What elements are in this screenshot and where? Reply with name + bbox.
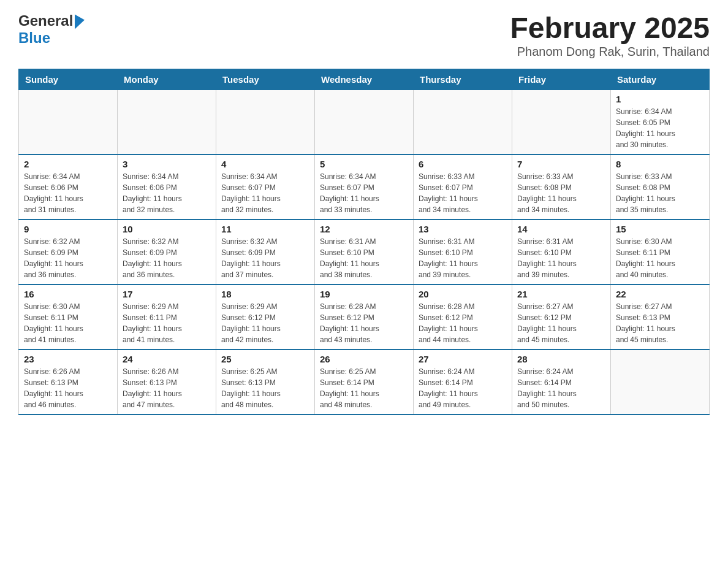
day-info: Sunrise: 6:31 AMSunset: 6:10 PMDaylight:… — [320, 236, 408, 280]
day-number: 4 — [221, 159, 309, 169]
day-number: 1 — [616, 94, 704, 104]
day-header-wednesday: Wednesday — [315, 69, 414, 90]
page-header: General Blue February 2025 Phanom Dong R… — [18, 12, 710, 59]
day-info: Sunrise: 6:33 AMSunset: 6:07 PMDaylight:… — [419, 171, 507, 215]
calendar-cell: 13Sunrise: 6:31 AMSunset: 6:10 PMDayligh… — [414, 220, 512, 285]
day-number: 22 — [616, 289, 704, 299]
day-info: Sunrise: 6:26 AMSunset: 6:13 PMDaylight:… — [24, 366, 112, 410]
calendar-cell: 16Sunrise: 6:30 AMSunset: 6:11 PMDayligh… — [19, 285, 118, 350]
day-number: 19 — [320, 289, 408, 299]
day-info: Sunrise: 6:33 AMSunset: 6:08 PMDaylight:… — [616, 171, 704, 215]
calendar-cell: 24Sunrise: 6:26 AMSunset: 6:13 PMDayligh… — [118, 350, 216, 415]
logo: General Blue — [18, 12, 85, 47]
calendar-cell: 6Sunrise: 6:33 AMSunset: 6:07 PMDaylight… — [414, 155, 512, 220]
day-number: 21 — [517, 289, 605, 299]
day-number: 3 — [123, 159, 211, 169]
day-header-saturday: Saturday — [611, 69, 710, 90]
day-number: 25 — [221, 354, 309, 364]
day-number: 17 — [123, 289, 211, 299]
calendar-cell — [611, 350, 710, 415]
calendar-cell: 19Sunrise: 6:28 AMSunset: 6:12 PMDayligh… — [315, 285, 414, 350]
day-info: Sunrise: 6:32 AMSunset: 6:09 PMDaylight:… — [221, 236, 309, 280]
day-number: 2 — [24, 159, 112, 169]
calendar-cell: 11Sunrise: 6:32 AMSunset: 6:09 PMDayligh… — [216, 220, 315, 285]
day-number: 11 — [221, 224, 309, 234]
calendar-cell — [118, 90, 216, 155]
calendar-cell: 1Sunrise: 6:34 AMSunset: 6:05 PMDaylight… — [611, 90, 710, 155]
day-info: Sunrise: 6:34 AMSunset: 6:06 PMDaylight:… — [24, 171, 112, 215]
day-number: 24 — [123, 354, 211, 364]
day-info: Sunrise: 6:30 AMSunset: 6:11 PMDaylight:… — [24, 301, 112, 345]
week-row-3: 9Sunrise: 6:32 AMSunset: 6:09 PMDaylight… — [19, 220, 710, 285]
day-info: Sunrise: 6:29 AMSunset: 6:11 PMDaylight:… — [123, 301, 211, 345]
day-header-friday: Friday — [512, 69, 611, 90]
day-number: 9 — [24, 224, 112, 234]
day-number: 8 — [616, 159, 704, 169]
logo-blue-text: Blue — [18, 29, 50, 47]
calendar-cell: 18Sunrise: 6:29 AMSunset: 6:12 PMDayligh… — [216, 285, 315, 350]
calendar-cell: 9Sunrise: 6:32 AMSunset: 6:09 PMDaylight… — [19, 220, 118, 285]
day-number: 5 — [320, 159, 408, 169]
day-info: Sunrise: 6:34 AMSunset: 6:07 PMDaylight:… — [320, 171, 408, 215]
page-subtitle: Phanom Dong Rak, Surin, Thailand — [510, 45, 710, 59]
day-number: 18 — [221, 289, 309, 299]
calendar-cell: 20Sunrise: 6:28 AMSunset: 6:12 PMDayligh… — [414, 285, 512, 350]
week-row-5: 23Sunrise: 6:26 AMSunset: 6:13 PMDayligh… — [19, 350, 710, 415]
calendar-cell: 22Sunrise: 6:27 AMSunset: 6:13 PMDayligh… — [611, 285, 710, 350]
calendar-cell: 21Sunrise: 6:27 AMSunset: 6:12 PMDayligh… — [512, 285, 611, 350]
logo-arrow-icon — [75, 13, 85, 29]
calendar-cell: 3Sunrise: 6:34 AMSunset: 6:06 PMDaylight… — [118, 155, 216, 220]
day-info: Sunrise: 6:25 AMSunset: 6:14 PMDaylight:… — [320, 366, 408, 410]
day-number: 10 — [123, 224, 211, 234]
title-block: February 2025 Phanom Dong Rak, Surin, Th… — [510, 12, 710, 59]
day-number: 27 — [419, 354, 507, 364]
calendar-cell: 25Sunrise: 6:25 AMSunset: 6:13 PMDayligh… — [216, 350, 315, 415]
calendar-cell: 12Sunrise: 6:31 AMSunset: 6:10 PMDayligh… — [315, 220, 414, 285]
day-number: 20 — [419, 289, 507, 299]
day-number: 15 — [616, 224, 704, 234]
calendar-cell: 15Sunrise: 6:30 AMSunset: 6:11 PMDayligh… — [611, 220, 710, 285]
day-header-sunday: Sunday — [19, 69, 118, 90]
day-info: Sunrise: 6:27 AMSunset: 6:12 PMDaylight:… — [517, 301, 605, 345]
calendar-cell — [19, 90, 118, 155]
day-info: Sunrise: 6:29 AMSunset: 6:12 PMDaylight:… — [221, 301, 309, 345]
day-info: Sunrise: 6:34 AMSunset: 6:05 PMDaylight:… — [616, 106, 704, 150]
day-number: 14 — [517, 224, 605, 234]
week-row-2: 2Sunrise: 6:34 AMSunset: 6:06 PMDaylight… — [19, 155, 710, 220]
day-info: Sunrise: 6:26 AMSunset: 6:13 PMDaylight:… — [123, 366, 211, 410]
day-info: Sunrise: 6:31 AMSunset: 6:10 PMDaylight:… — [419, 236, 507, 280]
calendar-cell: 7Sunrise: 6:33 AMSunset: 6:08 PMDaylight… — [512, 155, 611, 220]
day-info: Sunrise: 6:34 AMSunset: 6:06 PMDaylight:… — [123, 171, 211, 215]
day-header-tuesday: Tuesday — [216, 69, 315, 90]
day-number: 6 — [419, 159, 507, 169]
calendar-cell — [512, 90, 611, 155]
day-header-thursday: Thursday — [414, 69, 512, 90]
day-info: Sunrise: 6:32 AMSunset: 6:09 PMDaylight:… — [123, 236, 211, 280]
day-number: 13 — [419, 224, 507, 234]
day-number: 7 — [517, 159, 605, 169]
calendar-body: 1Sunrise: 6:34 AMSunset: 6:05 PMDaylight… — [19, 90, 710, 415]
day-number: 26 — [320, 354, 408, 364]
day-info: Sunrise: 6:27 AMSunset: 6:13 PMDaylight:… — [616, 301, 704, 345]
calendar-cell: 14Sunrise: 6:31 AMSunset: 6:10 PMDayligh… — [512, 220, 611, 285]
calendar-cell: 4Sunrise: 6:34 AMSunset: 6:07 PMDaylight… — [216, 155, 315, 220]
day-info: Sunrise: 6:28 AMSunset: 6:12 PMDaylight:… — [419, 301, 507, 345]
calendar-cell: 28Sunrise: 6:24 AMSunset: 6:14 PMDayligh… — [512, 350, 611, 415]
calendar-cell — [315, 90, 414, 155]
calendar-cell: 8Sunrise: 6:33 AMSunset: 6:08 PMDaylight… — [611, 155, 710, 220]
calendar-cell: 10Sunrise: 6:32 AMSunset: 6:09 PMDayligh… — [118, 220, 216, 285]
day-info: Sunrise: 6:34 AMSunset: 6:07 PMDaylight:… — [221, 171, 309, 215]
day-info: Sunrise: 6:28 AMSunset: 6:12 PMDaylight:… — [320, 301, 408, 345]
calendar-cell: 17Sunrise: 6:29 AMSunset: 6:11 PMDayligh… — [118, 285, 216, 350]
day-number: 23 — [24, 354, 112, 364]
calendar-cell — [216, 90, 315, 155]
day-number: 12 — [320, 224, 408, 234]
logo-general-text: General — [18, 12, 73, 29]
day-number: 28 — [517, 354, 605, 364]
page-title: February 2025 — [510, 12, 710, 45]
day-info: Sunrise: 6:24 AMSunset: 6:14 PMDaylight:… — [517, 366, 605, 410]
day-info: Sunrise: 6:31 AMSunset: 6:10 PMDaylight:… — [517, 236, 605, 280]
day-info: Sunrise: 6:30 AMSunset: 6:11 PMDaylight:… — [616, 236, 704, 280]
calendar-cell: 5Sunrise: 6:34 AMSunset: 6:07 PMDaylight… — [315, 155, 414, 220]
days-row: SundayMondayTuesdayWednesdayThursdayFrid… — [19, 69, 710, 90]
